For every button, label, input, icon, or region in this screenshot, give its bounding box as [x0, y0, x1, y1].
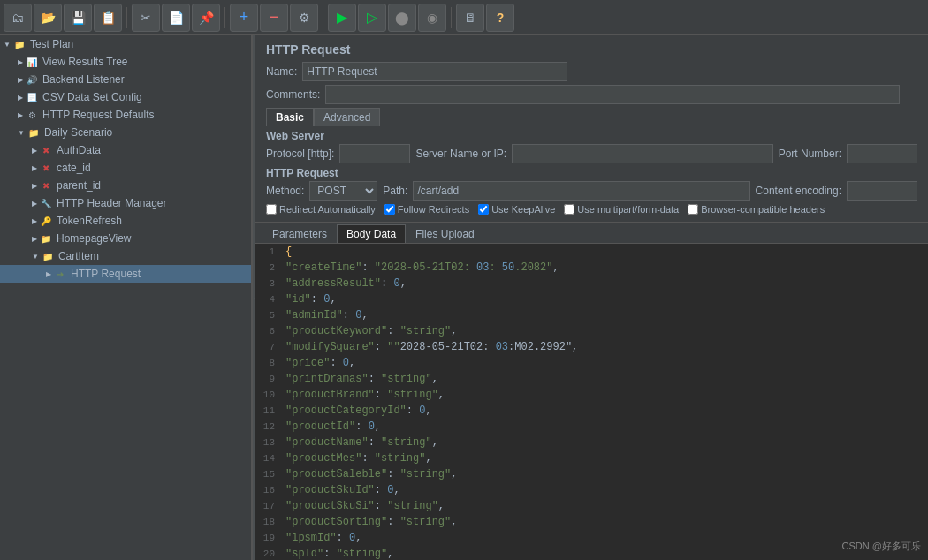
toggle-csv-data-set-config[interactable]: ▶ — [18, 94, 23, 102]
use-keepalive-input[interactable] — [478, 204, 489, 215]
label-daily-scenario: Daily Scenario — [44, 126, 112, 139]
open-button[interactable]: 📂 — [34, 4, 62, 32]
sidebar-item-parent-id[interactable]: ▶✖parent_id — [0, 177, 251, 194]
code-area[interactable]: 1{2 "createTime": "2028-05-21T02: 03: 50… — [255, 244, 928, 560]
toggle-view-results-tree[interactable]: ▶ — [18, 58, 23, 66]
code-line: 17 "productSkuSi": "string", — [255, 498, 928, 514]
label-backend-listener: Backend Listener — [42, 73, 125, 86]
sidebar-item-token-refresh[interactable]: ▶🔑TokenRefresh — [0, 212, 251, 230]
line-number: 10 — [255, 387, 282, 403]
code-line: 16 "productSkuId": 0, — [255, 482, 928, 498]
use-multipart-checkbox[interactable]: Use multipart/form-data — [564, 204, 679, 215]
icon-backend-listener: 🔊 — [25, 72, 39, 87]
run-no-pause-button[interactable]: ▷ — [358, 4, 386, 32]
tab-files-upload[interactable]: Files Upload — [406, 224, 484, 243]
tab-parameters[interactable]: Parameters — [262, 224, 337, 243]
paste-button[interactable]: 📌 — [192, 4, 220, 32]
remove-button[interactable]: − — [260, 4, 288, 32]
stop-button[interactable]: ⬤ — [388, 4, 416, 32]
line-content: "productSorting": "string", — [282, 514, 928, 530]
tab-basic[interactable]: Basic — [266, 108, 314, 126]
sidebar-item-cate-id[interactable]: ▶✖cate_id — [0, 159, 251, 177]
sidebar-item-backend-listener[interactable]: ▶🔊Backend Listener — [0, 71, 251, 88]
copy-button[interactable]: 📄 — [162, 4, 190, 32]
name-input[interactable] — [302, 62, 567, 81]
port-input[interactable] — [847, 144, 917, 163]
add-button[interactable]: + — [230, 4, 258, 32]
code-line: 11 "productCategoryId": 0, — [255, 403, 928, 419]
comments-input[interactable] — [325, 85, 900, 104]
icon-parent-id: ✖ — [39, 178, 53, 193]
toggle-backend-listener[interactable]: ▶ — [18, 76, 23, 84]
web-server-row: Protocol [http]: Server Name or IP: Port… — [266, 144, 917, 163]
shutdown-button[interactable]: ◉ — [418, 4, 446, 32]
follow-redirects-checkbox[interactable]: Follow Redirects — [384, 204, 469, 215]
toggle-token-refresh[interactable]: ▶ — [32, 217, 37, 225]
sidebar-item-auth-data[interactable]: ▶✖AuthData — [0, 141, 251, 159]
sep2 — [224, 7, 225, 28]
sidebar-item-test-plan[interactable]: ▼📁Test Plan — [0, 35, 251, 53]
browser-headers-label: Browser-compatible headers — [701, 204, 825, 215]
remote-button[interactable]: 🖥 — [456, 4, 484, 32]
code-line: 5 "adminId": 0, — [255, 307, 928, 323]
line-number: 1 — [255, 244, 282, 260]
question-button[interactable]: ? — [486, 4, 514, 32]
browser-headers-checkbox[interactable]: Browser-compatible headers — [688, 204, 825, 215]
http-request-section: HTTP Request — [266, 167, 917, 179]
tab-advanced[interactable]: Advanced — [314, 108, 380, 126]
sidebar: ▼📁Test Plan▶📊View Results Tree▶🔊Backend … — [0, 35, 252, 560]
protocol-input[interactable] — [339, 144, 410, 163]
content-encoding-input[interactable] — [847, 181, 917, 201]
toggle-http-request-defaults[interactable]: ▶ — [18, 111, 23, 119]
toggle-http-header-manager[interactable]: ▶ — [32, 200, 37, 208]
sidebar-item-view-results-tree[interactable]: ▶📊View Results Tree — [0, 53, 251, 71]
path-input[interactable] — [413, 181, 749, 201]
method-select[interactable]: POST GET PUT DELETE — [309, 181, 377, 201]
sidebar-item-http-header-manager[interactable]: ▶🔧HTTP Header Manager — [0, 194, 251, 212]
sidebar-item-http-request-defaults[interactable]: ▶⚙HTTP Request Defaults — [0, 106, 251, 124]
code-line: 12 "productId": 0, — [255, 419, 928, 435]
code-line: 3 "addressResult": 0, — [255, 276, 928, 291]
tab-bar: Basic Advanced — [266, 108, 917, 126]
save-as-button[interactable]: 📋 — [94, 4, 122, 32]
expand-handle[interactable]: ⋯ — [905, 90, 914, 100]
sidebar-item-homepage-view[interactable]: ▶📁HomepageView — [0, 230, 251, 247]
toggle-cart-item[interactable]: ▼ — [32, 253, 39, 261]
port-label: Port Number: — [779, 148, 841, 160]
server-name-input[interactable] — [512, 144, 773, 163]
redirect-auto-input[interactable] — [266, 204, 277, 215]
new-button[interactable]: 🗂 — [4, 4, 32, 32]
run-button[interactable]: ▶ — [328, 4, 356, 32]
line-number: 2 — [255, 260, 282, 276]
line-content: "productCategoryId": 0, — [282, 403, 928, 419]
follow-redirects-input[interactable] — [384, 204, 395, 215]
sidebar-item-http-request[interactable]: ▶➜HTTP Request — [0, 265, 251, 283]
settings-button[interactable]: ⚙ — [290, 4, 318, 32]
browser-headers-input[interactable] — [688, 204, 698, 215]
save-button[interactable]: 💾 — [64, 4, 92, 32]
server-name-label: Server Name or IP: — [415, 148, 506, 160]
sidebar-item-daily-scenario[interactable]: ▼📁Daily Scenario — [0, 124, 251, 141]
code-line: 6 "productKeyword": "string", — [255, 323, 928, 339]
use-keepalive-checkbox[interactable]: Use KeepAlive — [478, 204, 555, 215]
path-label: Path: — [383, 185, 407, 197]
comments-label: Comments: — [266, 88, 320, 101]
use-multipart-input[interactable] — [564, 204, 574, 215]
sidebar-item-cart-item[interactable]: ▼📁CartItem — [0, 247, 251, 265]
label-token-refresh: TokenRefresh — [57, 215, 122, 227]
toggle-test-plan[interactable]: ▼ — [4, 41, 11, 49]
code-line: 14 "productMes": "string", — [255, 450, 928, 466]
toggle-http-request[interactable]: ▶ — [46, 270, 51, 278]
line-number: 4 — [255, 291, 282, 307]
line-number: 15 — [255, 466, 282, 482]
sidebar-item-csv-data-set-config[interactable]: ▶📃CSV Data Set Config — [0, 88, 251, 106]
toggle-daily-scenario[interactable]: ▼ — [18, 129, 25, 137]
toggle-auth-data[interactable]: ▶ — [32, 147, 37, 155]
redirect-auto-checkbox[interactable]: Redirect Automatically — [266, 204, 376, 215]
cut-button[interactable]: ✂ — [132, 4, 160, 32]
toolbar: 🗂 📂 💾 📋 ✂ 📄 📌 + − ⚙ ▶ ▷ ⬤ ◉ 🖥 ? — [0, 0, 928, 35]
toggle-parent-id[interactable]: ▶ — [32, 182, 37, 190]
toggle-homepage-view[interactable]: ▶ — [32, 235, 37, 243]
tab-body-data[interactable]: Body Data — [337, 224, 406, 243]
toggle-cate-id[interactable]: ▶ — [32, 164, 37, 172]
